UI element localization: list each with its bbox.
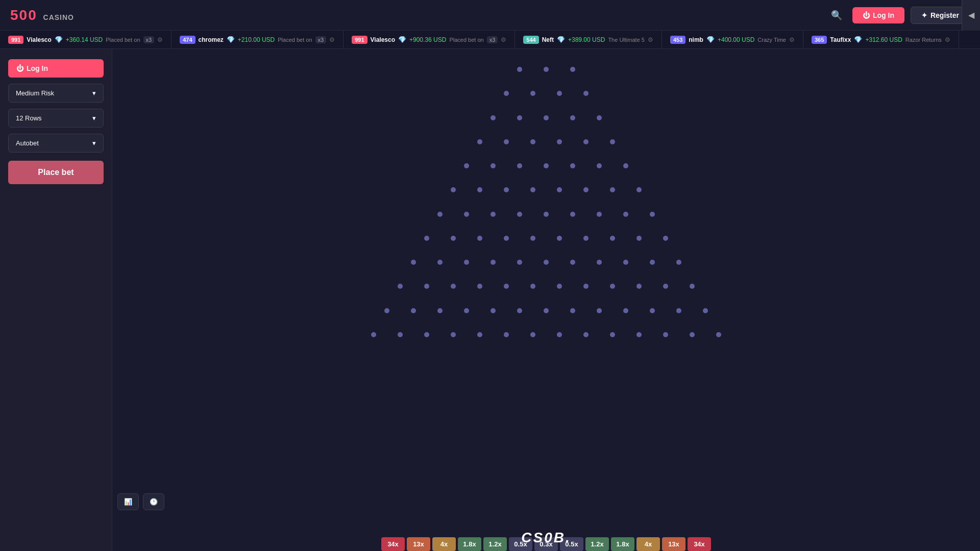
peg <box>663 284 668 289</box>
peg <box>504 187 509 192</box>
ticker-badge: 474 <box>180 36 195 44</box>
main-area: ⏻ Log In Medium Risk ▾ 12 Rows ▾ Autobet… <box>0 49 980 551</box>
peg <box>530 284 535 289</box>
peg <box>517 260 522 265</box>
peg <box>411 308 416 313</box>
header-actions: 🔍 ⏻ Log In ✦ Register ◀ <box>827 6 970 25</box>
multiplier-cell: 1.2x <box>585 537 609 551</box>
multiplier-cell: 13x <box>407 537 430 551</box>
peg <box>477 332 482 337</box>
autobet-dropdown[interactable]: Autobet ▾ <box>8 134 104 153</box>
multiplier-cell: 34x <box>688 537 711 551</box>
history-button[interactable]: 🕐 <box>143 493 164 510</box>
ticker-gear-icon[interactable]: ⚙ <box>157 36 163 43</box>
peg <box>570 212 575 217</box>
peg <box>504 91 509 96</box>
logo-number: 5 <box>10 7 19 23</box>
peg <box>451 284 456 289</box>
ticker-gear-icon[interactable]: ⚙ <box>648 36 653 43</box>
sidebar-login-button[interactable]: ⏻ Log In <box>8 59 104 78</box>
peg <box>636 332 642 337</box>
ticker-badge: 544 <box>523 36 538 44</box>
ticker-multiplier: x3 <box>487 36 498 43</box>
rows-dropdown[interactable]: 12 Rows ▾ <box>8 109 104 128</box>
peg <box>477 139 482 144</box>
edge-collapse-button[interactable]: ◀ <box>962 0 980 31</box>
header-register-button[interactable]: ✦ Register <box>911 7 970 24</box>
peg <box>623 260 628 265</box>
ticker-username: Taufixx <box>830 36 851 43</box>
peg <box>517 308 522 313</box>
rows-label: 12 Rows <box>16 114 42 122</box>
logo: 500 CASINO <box>10 7 74 23</box>
multiplier-cell: 1.8x <box>458 537 481 551</box>
multiplier-cell: 34x <box>381 537 405 551</box>
risk-chevron-icon: ▾ <box>92 89 96 97</box>
risk-dropdown[interactable]: Medium Risk ▾ <box>8 84 104 103</box>
sidebar: ⏻ Log In Medium Risk ▾ 12 Rows ▾ Autobet… <box>0 49 112 551</box>
ticker-username: Vialesco <box>27 36 51 43</box>
ticker-item: 474chromez💎+210.00 USDPlaced bet onx3⚙ <box>172 31 344 48</box>
ticker-username: Vialesco <box>371 36 395 43</box>
peg <box>517 115 522 120</box>
peg <box>623 163 628 168</box>
multiplier-cell: 4x <box>636 537 660 551</box>
peg <box>597 115 602 120</box>
peg <box>610 332 615 337</box>
peg <box>437 212 443 217</box>
peg <box>477 187 482 192</box>
peg <box>583 139 589 144</box>
peg <box>716 332 721 337</box>
peg <box>690 284 695 289</box>
header: 500 CASINO 🔍 ⏻ Log In ✦ Register ◀ <box>0 0 980 31</box>
pegs-area <box>352 59 740 520</box>
peg <box>424 236 429 241</box>
header-login-button[interactable]: ⏻ Log In <box>852 7 904 23</box>
ticker-badge: 991 <box>8 36 23 44</box>
header-login-label: Log In <box>873 11 894 19</box>
ticker-sub-text: The Ultimate 5 <box>608 37 645 43</box>
peg <box>424 284 429 289</box>
peg <box>491 212 496 217</box>
peg <box>504 332 509 337</box>
peg <box>504 236 509 241</box>
peg <box>570 163 575 168</box>
branding: CS0B. <box>521 530 571 546</box>
ticker-gem-icon: 💎 <box>398 36 406 43</box>
bottom-toolbar: 📊 🕐 <box>117 493 164 510</box>
peg <box>583 187 589 192</box>
peg <box>610 284 615 289</box>
sidebar-login-label: Log In <box>27 64 48 72</box>
search-button[interactable]: 🔍 <box>827 6 846 25</box>
login-icon: ⏻ <box>863 11 870 19</box>
game-area: 34x13x4x1.8x1.2x0.5x0.3x0.5x1.2x1.8x4x13… <box>112 49 980 551</box>
peg <box>570 67 575 72</box>
autobet-chevron-icon: ▾ <box>92 139 96 147</box>
logo-casino: CASINO <box>43 13 74 21</box>
risk-label: Medium Risk <box>16 89 54 97</box>
ticker-username: Neft <box>542 36 554 43</box>
peg <box>557 332 562 337</box>
peg <box>597 308 602 313</box>
peg <box>530 139 535 144</box>
peg <box>583 91 589 96</box>
ticker-username: nimb <box>689 36 703 43</box>
peg <box>597 212 602 217</box>
ticker-gear-icon[interactable]: ⚙ <box>789 36 795 43</box>
peg <box>544 115 549 120</box>
autobet-label: Autobet <box>16 139 39 147</box>
peg <box>504 284 509 289</box>
ticker-gear-icon[interactable]: ⚙ <box>501 36 506 43</box>
ticker-gem-icon: 💎 <box>706 36 715 43</box>
place-bet-button[interactable]: Place bet <box>8 161 104 184</box>
peg <box>650 260 655 265</box>
multiplier-cell: 13x <box>662 537 685 551</box>
stats-button[interactable]: 📊 <box>117 493 139 510</box>
peg <box>663 332 668 337</box>
ticker-gear-icon[interactable]: ⚙ <box>945 36 950 43</box>
peg <box>424 332 429 337</box>
peg <box>557 236 562 241</box>
ticker-gear-icon[interactable]: ⚙ <box>329 36 335 43</box>
peg <box>544 163 549 168</box>
peg <box>636 236 642 241</box>
